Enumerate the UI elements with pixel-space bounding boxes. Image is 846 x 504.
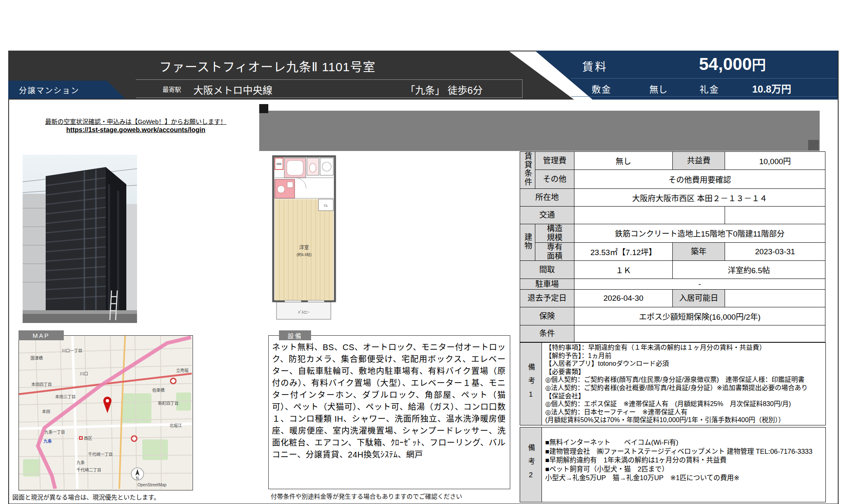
property-table: 賃貸条件 管理費 無し 共益費 10,000円 その他 その他費用要確認 所在地… xyxy=(520,151,825,342)
svg-text:本田四丁目: 本田四丁目 xyxy=(31,382,52,387)
other-fee-label: その他 xyxy=(535,170,574,189)
address-label: 所在地 xyxy=(520,189,574,207)
deposit-value: 無し xyxy=(649,82,667,95)
area-label: 専有 面積 xyxy=(535,242,574,261)
remarks-1-label: 備考1 xyxy=(520,343,542,425)
transport-value xyxy=(574,207,725,224)
mgmt-fee-label: 管理費 xyxy=(535,152,574,170)
property-type-badge: 分譲マンション xyxy=(8,81,125,99)
svg-text:千代崎二丁目: 千代崎二丁目 xyxy=(77,467,101,472)
goweb-notice: 最新の空室状況確認・申込みは【GoWeb！】からお願いします！ https://… xyxy=(39,117,232,134)
moveout-value: 2026-04-30 xyxy=(574,290,673,307)
facilities-text: ネット無料、BS、CS、オートロック、モニター付オートロック、防犯カメラ、集合郵… xyxy=(272,341,506,461)
svg-text:国津橋: 国津橋 xyxy=(30,355,43,360)
subheader-divider-right xyxy=(522,79,523,98)
page-title: ファーストフィオーレ九条Ⅱ 1101号室 xyxy=(25,57,510,75)
key-money-value: 10.8万円 xyxy=(752,81,791,95)
property-type-label: 分譲マンション xyxy=(19,84,79,95)
facilities-footnote: 付帯条件や別途料金等が発生する場合もありますのでご確認ください xyxy=(271,492,462,500)
remarks-1: 備考1 【特約事項】：早期違約金有（１年未満の解約は１ヶ月分の賃料・共益費） 【… xyxy=(520,342,826,425)
closet-label: CL xyxy=(324,204,328,207)
room-detail-value: 洋室約6.5帖 xyxy=(673,261,825,279)
room-size-label: (約6.5帖) xyxy=(297,252,312,257)
moveout-label: 退去予定日 xyxy=(520,290,574,307)
mb-label: MB xyxy=(277,162,281,166)
facilities-box: ネット無料、BS、CS、オートロック、モニター付オートロック、防犯カメラ、集合郵… xyxy=(268,335,510,489)
facilities-tab: 設備 xyxy=(279,330,311,340)
conditions-value xyxy=(574,325,825,342)
banner-corner-square-right xyxy=(808,140,819,150)
svg-text:九条: 九条 xyxy=(43,439,52,444)
rent-separator-2 xyxy=(571,96,837,97)
built-year-value: 2023-03-31 xyxy=(725,242,825,261)
mgmt-fee-value: 無し xyxy=(574,152,673,170)
svg-text:N: N xyxy=(136,476,139,481)
remarks-2-content: ■無料インターネット ベイコム(Wi-Fi有) ■建物管理会社 ㈱ファーストステ… xyxy=(542,427,825,502)
rent-value: 54,000円 xyxy=(642,54,823,74)
map-footnote: 図面と現況が異なる場合は、現況優先といたします。 xyxy=(12,492,160,501)
other-fee-value: その他費用要確認 xyxy=(574,170,825,189)
map-tab: MAP xyxy=(19,330,64,340)
subheader-divider-top xyxy=(136,79,523,80)
balcony-label: ﾊﾞﾙｺﾆｰ xyxy=(298,310,309,314)
remarks-1-content: 【特約事項】：早期違約金有（１年未満の解約は１ヶ月分の賃料・共益費） 【解約予告… xyxy=(542,343,825,425)
parking-value: - xyxy=(574,279,825,290)
insurance-label: 保険 xyxy=(520,307,574,325)
svg-text:川口: 川口 xyxy=(80,372,88,376)
svg-text:九条一丁目: 九条一丁目 xyxy=(44,430,65,434)
transport-label: 交通 xyxy=(520,207,574,224)
floor-plan: ﾊﾞﾙｺﾆｰ MB CL 洋室 (約6.5帖) xyxy=(271,154,337,324)
common-fee-value: 10,000円 xyxy=(725,152,825,170)
svg-text:新町四丁目: 新町四丁目 xyxy=(158,401,179,406)
banner-corner-square-left xyxy=(259,104,268,113)
goweb-notice-text: 最新の空室状況確認・申込みは【GoWeb！】からお願いします！ xyxy=(39,117,232,125)
address-value: 大阪府大阪市西区 本田２－１３－１４ xyxy=(574,189,825,207)
station-walk: 「九条」 徒歩6分 xyxy=(405,82,483,97)
movein-value xyxy=(725,290,825,307)
layout-label: 間取 xyxy=(520,261,574,279)
goweb-link[interactable]: https://1st-stage.goweb.work/accounts/lo… xyxy=(39,126,232,134)
structure-value: 鉄筋コンクリート造地上15階地下0階建11階部分 xyxy=(574,224,825,243)
hospital-icon xyxy=(170,378,177,384)
deposit-label: 敷金 xyxy=(592,82,611,95)
map-attribution: OpenStreetMap xyxy=(137,483,167,487)
layout-value: １Ｋ xyxy=(574,261,673,279)
svg-text:本田: 本田 xyxy=(42,409,50,414)
gray-banner xyxy=(259,111,820,151)
svg-text:西区: 西区 xyxy=(84,436,92,441)
svg-text:九条: 九条 xyxy=(77,460,85,465)
svg-text:伯楽橋: 伯楽橋 xyxy=(152,388,165,393)
built-year-label: 築年 xyxy=(673,242,725,261)
ward-icon xyxy=(79,436,83,440)
hospital-icon xyxy=(131,435,137,442)
area-value: 23.53㎡【7.12坪】 xyxy=(574,242,673,261)
subheader-divider-bottom xyxy=(136,98,523,98)
transport-value-2 xyxy=(725,207,825,224)
group-building: 建物 xyxy=(520,224,535,261)
building-photo xyxy=(23,155,137,323)
group-rental-conditions: 賃貸条件 xyxy=(520,152,535,189)
svg-text:本田三丁目: 本田三丁目 xyxy=(55,394,76,399)
parking-label: 駐車場 xyxy=(520,279,574,290)
insurance-value: エポス少額短期保険(16,000円/2年) xyxy=(574,307,825,325)
compass-icon: N xyxy=(131,468,144,481)
conditions-label: 条件 xyxy=(520,325,574,342)
remarks-2-label: 備考2 xyxy=(520,427,542,502)
movein-label: 入居可能日 xyxy=(673,290,725,307)
svg-text:千代崎一丁目: 千代崎一丁目 xyxy=(88,452,113,457)
structure-label: 構造 規模 xyxy=(535,224,574,243)
property-sheet: ファーストフィオーレ九条Ⅱ 1101号室 分譲マンション 最寄駅 大阪メトロ中央… xyxy=(0,0,846,504)
remarks-2: 備考2 ■無料インターネット ベイコム(Wi-Fi有) ■建物管理会社 ㈱ファー… xyxy=(520,427,826,502)
map[interactable]: 国津橋 川口一丁目 川口 本田四丁目 本田三丁目 本田 立売堀 新町四丁目 伯楽… xyxy=(19,335,193,490)
rent-unit: 円 xyxy=(752,57,766,73)
svg-text:立売堀: 立売堀 xyxy=(176,368,188,373)
station-line: 大阪メトロ中央線 xyxy=(193,82,272,97)
common-fee-label: 共益費 xyxy=(673,152,725,170)
key-money-label: 礼金 xyxy=(700,82,719,95)
rent-label: 賃料 xyxy=(582,58,608,74)
rent-separator-1 xyxy=(571,78,837,79)
room-label: 洋室 xyxy=(299,244,309,251)
station-caption: 最寄駅 xyxy=(163,85,181,93)
svg-text:川口一丁目: 川口一丁目 xyxy=(62,348,82,353)
svg-text:北堀江: 北堀江 xyxy=(170,423,182,428)
